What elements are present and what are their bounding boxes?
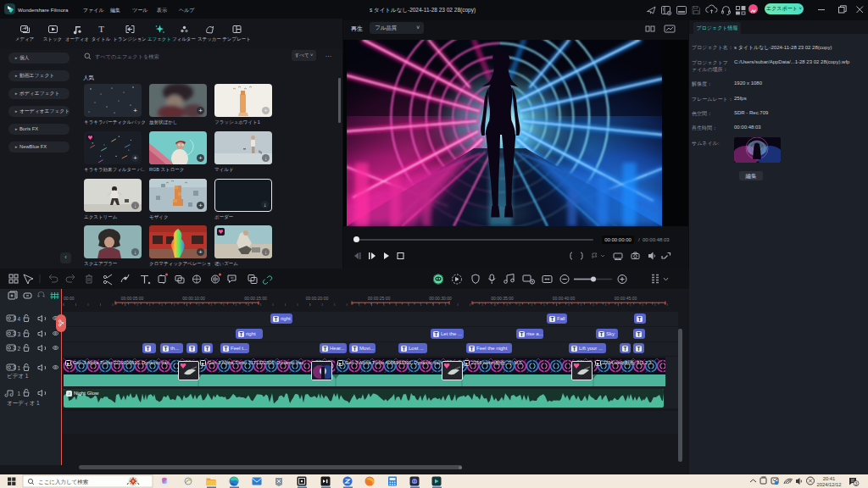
svg-text:00:00:20:00: 00:00:20:00 — [306, 296, 329, 301]
svg-text:00:00:10:00: 00:00:10:00 — [182, 296, 205, 301]
svg-text:1: 1 — [18, 365, 21, 371]
svg-text:00:00:15:00: 00:00:15:00 — [244, 296, 267, 301]
svg-text:00:00:30:00: 00:00:30:00 — [429, 296, 452, 301]
svg-text:オーディオ 1: オーディオ 1 — [7, 400, 40, 407]
svg-text:ここに入力して検索: ここに入力して検索 — [38, 479, 88, 485]
svg-text:2024/12/12: 2024/12/12 — [816, 482, 841, 487]
svg-text:3: 3 — [855, 481, 858, 486]
svg-text:4: 4 — [18, 316, 21, 322]
svg-text:1: 1 — [18, 391, 21, 396]
svg-text:00:00:25:00: 00:00:25:00 — [368, 296, 391, 301]
svg-text:00:00:35:00: 00:00:35:00 — [491, 296, 514, 301]
svg-text:00:00:45:00: 00:00:45:00 — [615, 296, 637, 301]
svg-text:00:00: 00:00 — [64, 296, 75, 301]
svg-text:00:00:05:00: 00:00:05:00 — [121, 296, 144, 301]
svg-text:ビデオ 1: ビデオ 1 — [7, 373, 29, 380]
svg-text:2: 2 — [18, 346, 21, 352]
svg-text:00:00:40:00: 00:00:40:00 — [553, 296, 576, 301]
svg-text:20:41: 20:41 — [823, 476, 836, 481]
svg-text:3: 3 — [18, 331, 21, 337]
svg-text:T: T — [98, 24, 104, 34]
